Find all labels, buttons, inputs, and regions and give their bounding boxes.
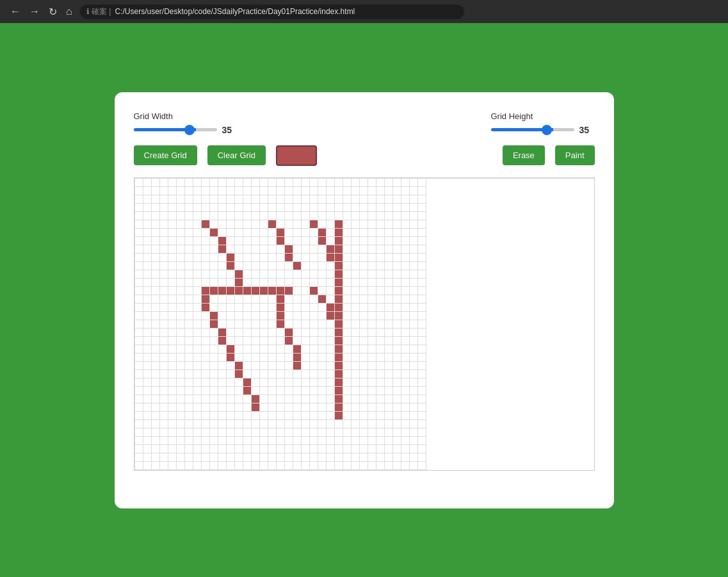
grid-cell[interactable] — [335, 420, 343, 428]
grid-cell[interactable] — [210, 395, 218, 403]
grid-cell[interactable] — [310, 362, 318, 370]
grid-cell[interactable] — [368, 245, 376, 254]
grid-cell[interactable] — [285, 387, 293, 395]
grid-cell[interactable] — [193, 362, 202, 370]
grid-cell[interactable] — [418, 229, 426, 237]
grid-cell[interactable] — [235, 362, 243, 370]
grid-cell[interactable] — [143, 437, 152, 445]
grid-cell[interactable] — [202, 387, 210, 395]
grid-cell[interactable] — [343, 437, 352, 445]
grid-cell[interactable] — [401, 403, 410, 412]
grid-cell[interactable] — [243, 354, 252, 362]
grid-cell[interactable] — [401, 445, 410, 453]
grid-cell[interactable] — [352, 295, 360, 304]
grid-cell[interactable] — [360, 403, 368, 412]
grid-cell[interactable] — [293, 279, 302, 287]
grid-cell[interactable] — [310, 237, 318, 245]
grid-cell[interactable] — [376, 329, 385, 337]
grid-cell[interactable] — [243, 345, 252, 354]
grid-cell[interactable] — [268, 428, 277, 437]
grid-cell[interactable] — [393, 420, 401, 428]
grid-cell[interactable] — [235, 420, 243, 428]
back-button[interactable]: ← — [8, 4, 23, 19]
grid-cell[interactable] — [393, 445, 401, 453]
grid-cell[interactable] — [135, 262, 143, 270]
grid-cell[interactable] — [243, 187, 252, 195]
grid-cell[interactable] — [202, 312, 210, 320]
grid-cell[interactable] — [335, 437, 343, 445]
grid-cell[interactable] — [327, 453, 335, 462]
grid-cell[interactable] — [410, 237, 418, 245]
grid-cell[interactable] — [385, 279, 393, 287]
grid-cell[interactable] — [343, 320, 352, 329]
grid-cell[interactable] — [227, 254, 235, 262]
grid-cell[interactable] — [193, 254, 202, 262]
grid-cell[interactable] — [401, 245, 410, 254]
grid-cell[interactable] — [185, 445, 193, 453]
grid-cell[interactable] — [235, 462, 243, 470]
grid-cell[interactable] — [401, 462, 410, 470]
grid-cell[interactable] — [368, 312, 376, 320]
grid-cell[interactable] — [135, 403, 143, 412]
grid-cell[interactable] — [210, 254, 218, 262]
grid-cell[interactable] — [260, 212, 268, 220]
grid-cell[interactable] — [335, 237, 343, 245]
grid-cell[interactable] — [410, 229, 418, 237]
grid-cell[interactable] — [268, 187, 277, 195]
grid-cell[interactable] — [210, 453, 218, 462]
grid-cell[interactable] — [252, 187, 260, 195]
grid-cell[interactable] — [352, 370, 360, 378]
grid-cell[interactable] — [202, 403, 210, 412]
grid-cell[interactable] — [335, 229, 343, 237]
grid-cell[interactable] — [368, 387, 376, 395]
grid-cell[interactable] — [293, 462, 302, 470]
grid-cell[interactable] — [302, 420, 310, 428]
grid-cell[interactable] — [260, 220, 268, 229]
grid-cell[interactable] — [310, 229, 318, 237]
grid-cell[interactable] — [277, 403, 285, 412]
grid-cell[interactable] — [202, 220, 210, 229]
grid-cell[interactable] — [202, 320, 210, 329]
grid-cell[interactable] — [318, 345, 327, 354]
grid-cell[interactable] — [268, 212, 277, 220]
grid-cell[interactable] — [302, 354, 310, 362]
grid-cell[interactable] — [235, 312, 243, 320]
grid-cell[interactable] — [335, 262, 343, 270]
grid-cell[interactable] — [376, 187, 385, 195]
grid-cell[interactable] — [418, 270, 426, 279]
grid-cell[interactable] — [293, 395, 302, 403]
grid-cell[interactable] — [185, 378, 193, 387]
grid-cell[interactable] — [152, 187, 160, 195]
grid-cell[interactable] — [152, 312, 160, 320]
grid-cell[interactable] — [152, 462, 160, 470]
grid-cell[interactable] — [335, 329, 343, 337]
grid-cell[interactable] — [410, 428, 418, 437]
grid-cell[interactable] — [252, 420, 260, 428]
grid-cell[interactable] — [418, 462, 426, 470]
grid-cell[interactable] — [168, 254, 177, 262]
grid-cell[interactable] — [410, 329, 418, 337]
grid-cell[interactable] — [360, 245, 368, 254]
grid-cell[interactable] — [235, 270, 243, 279]
grid-cell[interactable] — [318, 220, 327, 229]
grid-cell[interactable] — [243, 304, 252, 312]
grid-cell[interactable] — [418, 195, 426, 204]
grid-cell[interactable] — [335, 387, 343, 395]
grid-cell[interactable] — [243, 362, 252, 370]
grid-cell[interactable] — [335, 295, 343, 304]
grid-cell[interactable] — [177, 187, 185, 195]
grid-cell[interactable] — [218, 370, 227, 378]
grid-cell[interactable] — [202, 412, 210, 420]
grid-cell[interactable] — [202, 437, 210, 445]
grid-cell[interactable] — [143, 220, 152, 229]
grid-cell[interactable] — [410, 279, 418, 287]
grid-cell[interactable] — [376, 245, 385, 254]
grid-cell[interactable] — [318, 287, 327, 295]
grid-cell[interactable] — [385, 245, 393, 254]
grid-cell[interactable] — [227, 387, 235, 395]
paint-button[interactable]: Paint — [555, 145, 595, 165]
grid-cell[interactable] — [235, 428, 243, 437]
grid-cell[interactable] — [418, 362, 426, 370]
grid-cell[interactable] — [193, 295, 202, 304]
grid-cell[interactable] — [327, 195, 335, 204]
